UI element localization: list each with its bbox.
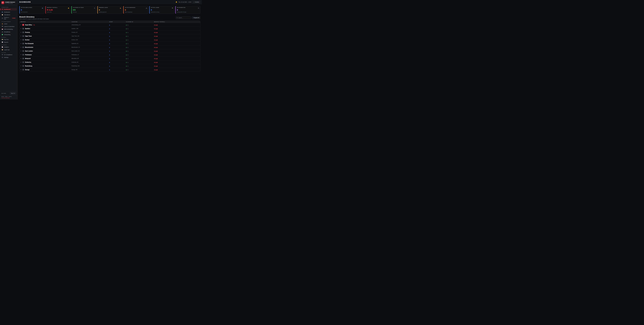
staff-count: 0 xyxy=(109,24,110,26)
content: ACTIVE EMPLOYEES0All 13 branchesMONTHLY … xyxy=(18,4,202,100)
sidebar-item-sa-compliance[interactable]: SA Compliance xyxy=(1,54,17,56)
scroll-icon xyxy=(2,49,3,50)
credit-card-icon xyxy=(2,39,3,40)
expand-caret-icon[interactable] xyxy=(21,50,22,52)
expand-caret-icon[interactable] xyxy=(21,32,22,33)
branch-name: East London xyxy=(25,50,33,52)
expand-caret-icon[interactable] xyxy=(21,66,22,66)
expand-caret-icon[interactable] xyxy=(21,36,22,36)
expand-all-button[interactable]: + Expand All xyxy=(192,16,200,19)
sidebar-item-pay-run[interactable]: Pay Run xyxy=(1,38,17,41)
bell-icon[interactable] xyxy=(176,1,177,3)
expand-caret-icon[interactable] xyxy=(21,54,22,55)
expand-caret-icon[interactable] xyxy=(21,62,22,62)
sidebar-item-leave[interactable]: Leave xyxy=(1,22,17,25)
expand-caret-icon[interactable] xyxy=(21,69,22,70)
expand-caret-icon[interactable] xyxy=(21,47,22,48)
sidebar-item-label: Settings xyxy=(4,57,8,58)
sidebar-item-label: Clock In / Out xyxy=(4,17,11,20)
sidebar: PF POWER FINANCE HR & Payroll System OPE… xyxy=(0,0,18,100)
table-row[interactable]: 03PretoriaPretoria, GP00 / 0R 0,00 xyxy=(20,30,200,34)
sidebar-item-onboarding[interactable]: Onboarding xyxy=(1,33,17,36)
table-row[interactable]: 06Port ElizabethGqeberha, EC00 / 0R 0,00 xyxy=(20,42,200,45)
expand-caret-icon[interactable] xyxy=(21,43,22,44)
search-box[interactable] xyxy=(176,16,191,19)
table-row[interactable]: 13GeorgeGeorge, WC00 / 0R 0,00 xyxy=(20,68,200,72)
sidebar-item-audit-trail[interactable]: Audit Trail xyxy=(1,48,17,51)
staff-count: 0 xyxy=(109,47,110,48)
sidebar-item-employees[interactable]: Employees xyxy=(1,11,17,13)
modules-button[interactable]: ↵ Modules xyxy=(192,1,200,3)
branch-location: Polokwane, LP xyxy=(72,54,109,55)
table-row[interactable]: 10NelspruitMbombela, MP00 / 0R 0,00 xyxy=(20,56,200,60)
return-arrow-icon: ↵ xyxy=(194,2,194,3)
table-row[interactable]: 05DurbanDurban, KZN00 / 0R 0,00 xyxy=(20,38,200,42)
clocked-in-total: / 0 xyxy=(126,28,128,30)
line-chart-icon xyxy=(2,46,3,48)
kiosk-badge: KIOSK xyxy=(12,18,16,19)
stat-cards-row: ACTIVE EMPLOYEES0All 13 branchesMONTHLY … xyxy=(19,6,200,14)
table-row[interactable]: 08East LondonEast London, EC00 / 0R 0,00 xyxy=(20,49,200,53)
table-row[interactable]: 07BloemfonteinBloemfontein, FS00 / 0R 0,… xyxy=(20,45,200,49)
table-row[interactable]: 11KimberleyKimberley, NC00 / 0R 0,00 xyxy=(20,60,200,64)
clocked-in-total: / 0 xyxy=(126,58,128,59)
staff-count: 0 xyxy=(109,36,110,37)
sidebar-item-label: Shift Scheduling xyxy=(4,28,13,30)
sidebar-item-clock-in-out[interactable]: Clock In / OutKIOSK xyxy=(1,16,17,20)
clocked-in-total: / 0 xyxy=(126,39,128,41)
branch-payroll: R 0,00 xyxy=(154,66,158,67)
clocked-in-total: / 0 xyxy=(126,62,128,63)
column-header-location: LOCATION xyxy=(72,21,109,22)
table-row[interactable]: 01Head OfficeHQJohannesburg, GP00 / 0R 0… xyxy=(20,23,200,27)
datetime-label: Tue, 21 Apr 2026 — 20:39 xyxy=(178,2,191,3)
stat-card-subtitle: Via kiosk xyxy=(73,12,95,12)
staff-count: 0 xyxy=(109,32,110,33)
sidebar-item-settings[interactable]: Settings xyxy=(1,56,17,58)
sidebar-item-disciplinary[interactable]: Disciplinary xyxy=(1,31,17,33)
expand-caret-icon[interactable] xyxy=(21,24,22,25)
table-row[interactable]: 04Cape TownCape Town, WC00 / 0R 0,00 xyxy=(20,34,200,38)
stopwatch-icon xyxy=(94,7,95,8)
table-row[interactable]: 09PolokwanePolokwane, LP00 / 0R 0,00 xyxy=(20,53,200,56)
staff-count: 0 xyxy=(109,66,110,67)
branch-name: George xyxy=(25,69,30,70)
stopwatch-icon xyxy=(2,18,3,19)
branch-number-badge: 08 xyxy=(22,50,24,52)
sidebar-item-dashboard[interactable]: Dashboard xyxy=(1,8,17,10)
sign-out-button[interactable]: Sign Out xyxy=(10,92,16,94)
clocked-in-total: / 0 xyxy=(126,50,128,52)
sidebar-item-shift-scheduling[interactable]: 17Shift Scheduling xyxy=(1,28,17,30)
modules-button-label: Modules xyxy=(195,2,199,3)
sidebar-item-label: Onboarding xyxy=(4,34,10,35)
gear-icon xyxy=(2,57,3,58)
expand-caret-icon[interactable] xyxy=(21,58,22,59)
search-input[interactable] xyxy=(178,17,190,18)
stat-card-value: 0 xyxy=(99,9,121,11)
stat-card-subtitle: Gross total xyxy=(47,12,69,12)
expand-caret-icon[interactable] xyxy=(21,28,22,29)
column-header-staff: STAFF xyxy=(109,21,126,22)
expand-caret-icon[interactable] xyxy=(21,40,22,40)
sidebar-item-label: Analytics xyxy=(4,46,9,48)
people-icon xyxy=(42,7,43,8)
branch-name: Durban xyxy=(25,39,30,40)
compliance-label: BCEA · SARS · POPIA xyxy=(2,96,16,97)
table-row[interactable]: 12RustenburgRustenburg, NW00 / 0R 0,00 xyxy=(20,64,200,68)
money-bag-icon: $ xyxy=(68,7,69,8)
sidebar-item-reports[interactable]: Reports xyxy=(1,41,17,44)
app-subtitle: HR & Payroll System xyxy=(5,3,15,4)
branch-location: Pretoria, GP xyxy=(72,32,109,33)
branch-payroll: R 0,00 xyxy=(154,58,158,59)
table-row[interactable]: 02SandtonSandton, JHB00 / 0R 0,00 xyxy=(20,27,200,30)
branch-location: East London, EC xyxy=(72,50,109,52)
hq-badge: HQ xyxy=(33,24,35,25)
stat-card-subtitle: Open disciplinary xyxy=(125,12,147,12)
sidebar-item-label: Dashboard xyxy=(4,9,10,10)
sidebar-item-attendance[interactable]: Attendance xyxy=(1,14,17,16)
branch-payroll: R 0,00 xyxy=(154,47,158,48)
dashboard-icon xyxy=(2,9,3,10)
sidebar-item-analytics[interactable]: Analytics xyxy=(1,46,17,48)
sidebar-item-loans-garnishee[interactable]: Loans & Garnishee xyxy=(1,25,17,28)
svg-text:17: 17 xyxy=(2,29,3,30)
stat-card-label: ACTIVE EMPLOYEES xyxy=(21,7,32,8)
